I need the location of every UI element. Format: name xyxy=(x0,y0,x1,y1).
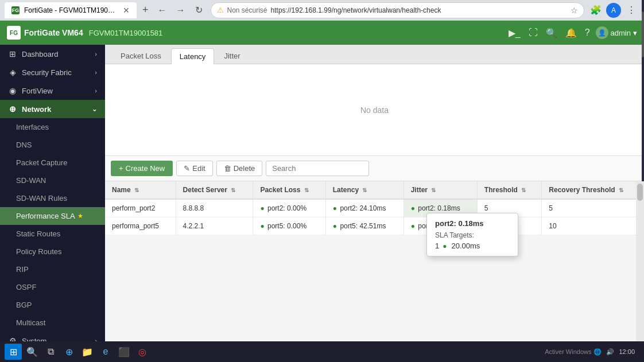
search-input[interactable] xyxy=(266,161,369,176)
sidebar-item-multicast[interactable]: Multicast xyxy=(0,314,105,332)
col-detect-server-sort-icon: ⇅ xyxy=(231,187,235,193)
scrollbar-thumb[interactable] xyxy=(637,184,643,201)
col-latency-label: Latency xyxy=(333,186,359,194)
sidebar-item-static-routes[interactable]: Static Routes xyxy=(0,225,105,243)
cell-recovery-threshold-1: 10 xyxy=(542,217,644,235)
col-packet-loss-label: Packet Loss xyxy=(260,186,300,194)
col-threshold-label: Threshold xyxy=(484,186,518,194)
sidebar-label-bgp: BGP xyxy=(16,301,32,309)
sidebar-item-interfaces[interactable]: Interfaces xyxy=(0,118,105,136)
taskbar-task-view-icon[interactable]: ⧉ xyxy=(42,344,59,360)
sidebar-label-packet-capture: Packet Capture xyxy=(16,158,68,167)
taskbar: ⊞ 🔍 ⧉ ⊕ 📁 e ⬛ ◎ Activer Windows 🌐 🔊 12:0… xyxy=(0,341,644,362)
sidebar-item-network[interactable]: ⊕ Network ⌄ xyxy=(0,100,105,118)
col-jitter-label: Jitter xyxy=(411,186,428,194)
performance-sla-table: Name ⇅ Detect Server ⇅ Packet Loss ⇅ xyxy=(105,181,644,235)
col-header-jitter[interactable]: Jitter ⇅ xyxy=(404,181,477,199)
tooltip-num-0: 1 xyxy=(435,242,439,250)
sidebar-label-rip: RIP xyxy=(16,265,29,274)
sidebar-item-security-fabric[interactable]: ◈ Security Fabric › xyxy=(0,63,105,81)
col-header-recovery-threshold[interactable]: Recovery Threshold ⇅ xyxy=(542,181,644,199)
taskbar-edge-icon[interactable]: ⊕ xyxy=(61,344,77,360)
sidebar-label-performance-sla: Performance SLA xyxy=(16,212,75,220)
tooltip-title: port2: 0.18ms xyxy=(435,219,510,228)
help-icon[interactable]: ? xyxy=(585,28,590,38)
table-header-row: Name ⇅ Detect Server ⇅ Packet Loss ⇅ xyxy=(105,181,644,199)
cell-packet-loss-1: ● port5: 0.00% xyxy=(253,217,325,235)
performance-sla-star-icon: ★ xyxy=(77,212,83,220)
right-scrollbar[interactable] xyxy=(636,181,644,362)
tab-jitter[interactable]: Jitter xyxy=(215,48,249,64)
browser-bar: FG FortiGate - FGVM01TM19001581 ✕ + ← → … xyxy=(0,0,644,21)
taskbar-volume-icon[interactable]: 🔊 xyxy=(606,348,614,356)
refresh-button[interactable]: ↻ xyxy=(191,2,207,18)
delete-icon: 🗑 xyxy=(224,164,231,173)
search-icon[interactable]: 🔍 xyxy=(546,28,557,38)
sidebar-item-rip[interactable]: RIP xyxy=(0,260,105,278)
sidebar-label-security-fabric: Security Fabric xyxy=(22,68,72,77)
start-button[interactable]: ⊞ xyxy=(5,344,22,360)
tooltip-dot-0: ● xyxy=(443,242,447,250)
sidebar-item-ospf[interactable]: OSPF xyxy=(0,278,105,296)
tab-close-button[interactable]: ✕ xyxy=(123,6,130,15)
col-jitter-sort-icon: ⇅ xyxy=(431,187,436,193)
tab-title: FortiGate - FGVM01TM19001581 xyxy=(24,6,116,14)
sidebar-item-packet-capture[interactable]: Packet Capture xyxy=(0,154,105,172)
taskbar-chrome-icon[interactable]: ◎ xyxy=(134,344,150,360)
tooltip-entry-0: 1 ● 20.00ms xyxy=(435,242,510,250)
sidebar-label-dashboard: Dashboard xyxy=(22,50,59,59)
sidebar-item-dashboard[interactable]: ⊞ Dashboard › xyxy=(0,45,105,63)
table-row[interactable]: perform_port2 8.8.8.8 ● port2: 0.00% ● p… xyxy=(105,199,644,217)
edit-button[interactable]: ✎ Edit xyxy=(176,161,212,176)
col-header-threshold[interactable]: Threshold ⇅ xyxy=(477,181,541,199)
sidebar-item-sd-wan[interactable]: SD-WAN xyxy=(0,172,105,189)
delete-button[interactable]: 🗑 Delete xyxy=(216,161,263,176)
browser-action-buttons: 🧩 A ⋮ xyxy=(588,2,639,18)
latency-dot-1: ● xyxy=(333,222,337,230)
packet-loss-dot-0: ● xyxy=(260,204,264,212)
taskbar-network-icon[interactable]: 🌐 xyxy=(593,348,602,356)
tab-bar: Packet Loss Latency Jitter xyxy=(105,45,644,64)
forward-button[interactable]: → xyxy=(173,2,189,18)
tab-latency[interactable]: Latency xyxy=(171,48,215,64)
terminal-icon[interactable]: ▶_ xyxy=(509,28,521,38)
new-tab-button[interactable]: + xyxy=(140,4,151,16)
col-header-packet-loss[interactable]: Packet Loss ⇅ xyxy=(253,181,325,199)
admin-menu[interactable]: 👤 admin ▾ xyxy=(596,26,637,39)
table-row[interactable]: performa_port5 4.2.2.1 ● port5: 0.00% ● … xyxy=(105,217,644,235)
taskbar-search-icon[interactable]: 🔍 xyxy=(24,344,40,360)
col-header-latency[interactable]: Latency ⇅ xyxy=(325,181,404,199)
browser-tab[interactable]: FG FortiGate - FGVM01TM19001581 ✕ xyxy=(5,2,137,18)
col-header-name[interactable]: Name ⇅ xyxy=(105,181,176,199)
bookmark-icon[interactable]: ☆ xyxy=(571,6,578,15)
sidebar-label-static-routes: Static Routes xyxy=(16,229,60,238)
sidebar-item-performance-sla[interactable]: Performance SLA ★ xyxy=(0,207,105,225)
taskbar-ie-icon[interactable]: e xyxy=(98,344,114,360)
sidebar-label-sd-wan-rules: SD-WAN Rules xyxy=(16,194,67,203)
sidebar-item-sd-wan-rules[interactable]: SD-WAN Rules xyxy=(0,189,105,207)
cell-recovery-threshold-0: 5 xyxy=(542,199,644,217)
sidebar-label-network: Network xyxy=(22,105,51,114)
alert-icon[interactable]: 🔔 xyxy=(565,28,577,38)
create-new-button[interactable]: + Create New xyxy=(111,161,173,176)
profile-avatar[interactable]: A xyxy=(606,3,621,18)
table-container[interactable]: Name ⇅ Detect Server ⇅ Packet Loss ⇅ xyxy=(105,181,644,362)
tab-packet-loss[interactable]: Packet Loss xyxy=(112,48,170,64)
create-icon: + xyxy=(119,164,123,173)
back-button[interactable]: ← xyxy=(154,2,170,18)
taskbar-cmd-icon[interactable]: ⬛ xyxy=(116,344,132,360)
menu-button[interactable]: ⋮ xyxy=(623,2,639,18)
sidebar-item-bgp[interactable]: BGP xyxy=(0,296,105,314)
tab-latency-label: Latency xyxy=(180,52,206,61)
sidebar-item-dns[interactable]: DNS xyxy=(0,136,105,154)
address-bar[interactable]: ⚠ Non sécurisé https://192.168.1.99/ng/n… xyxy=(211,2,584,18)
packet-loss-dot-1: ● xyxy=(260,222,264,230)
network-icon: ⊕ xyxy=(8,104,17,114)
extensions-button[interactable]: 🧩 xyxy=(588,2,604,18)
fortigate-icon: FG xyxy=(7,26,21,40)
col-header-detect-server[interactable]: Detect Server ⇅ xyxy=(176,181,253,199)
sidebar-item-fortiview[interactable]: ◉ FortiView › xyxy=(0,81,105,100)
expand-icon[interactable]: ⛶ xyxy=(529,28,538,38)
sidebar-item-policy-routes[interactable]: Policy Routes xyxy=(0,243,105,260)
taskbar-explorer-icon[interactable]: 📁 xyxy=(79,344,95,360)
